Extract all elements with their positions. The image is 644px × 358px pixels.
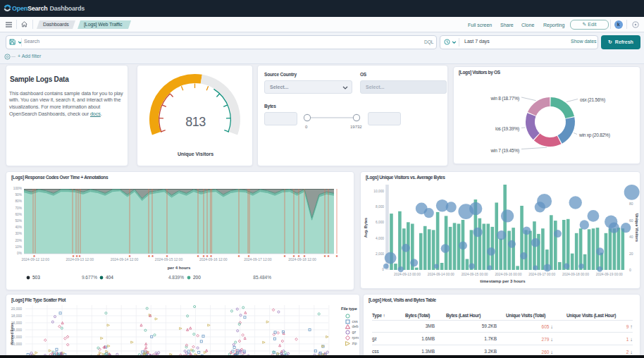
svg-text:*: * (324, 254, 326, 259)
svg-text:*: * (336, 254, 338, 259)
svg-text:*: * (328, 254, 330, 259)
